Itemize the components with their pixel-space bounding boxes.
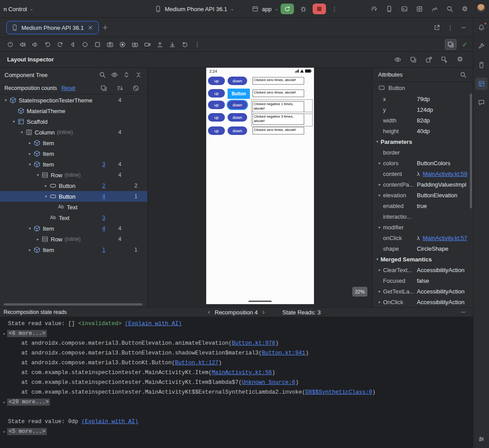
down-button[interactable]: down xyxy=(228,113,247,122)
rerun-button[interactable] xyxy=(281,4,294,14)
tree-node-text[interactable]: AbText xyxy=(0,202,147,212)
phone-screen[interactable]: 2:24 Button updownClicked zero times, ab… xyxy=(206,68,314,304)
up-button[interactable]: up xyxy=(208,126,225,135)
more-icon[interactable]: ⋮ xyxy=(192,39,203,50)
search-icon[interactable] xyxy=(98,70,107,79)
video-icon[interactable] xyxy=(142,39,153,50)
home-icon[interactable] xyxy=(79,39,91,50)
expand-icon[interactable]: ▸ xyxy=(3,400,5,405)
chevron-right-icon[interactable]: ▸ xyxy=(27,141,33,145)
chevron-right-icon[interactable]: ▸ xyxy=(376,161,383,165)
source-link[interactable]: (Explain with AI) xyxy=(82,419,139,425)
restore-icon[interactable] xyxy=(179,39,191,50)
layers-icon[interactable] xyxy=(408,54,419,65)
chevron-down-icon[interactable]: ▾ xyxy=(27,163,33,167)
attr-section-merged-semantics[interactable]: ▾Merged Semantics xyxy=(373,254,473,265)
source-link[interactable]: (Explain with AI) xyxy=(125,321,182,327)
tree-node-row[interactable]: ▾Row(inline)4 xyxy=(0,170,147,180)
run-more-button[interactable]: ⋮ xyxy=(330,4,339,14)
more-icon[interactable]: ⋮ xyxy=(444,22,456,33)
run-configuration-selector[interactable]: app ⌄ xyxy=(248,2,282,16)
rotate-right-icon[interactable] xyxy=(54,39,66,50)
reset-counts-link[interactable]: Reset xyxy=(61,85,75,91)
recomposition-count[interactable]: 4 xyxy=(96,193,112,200)
tree-node-item[interactable]: ▸Item xyxy=(0,138,147,148)
recomposition-count[interactable]: 4 xyxy=(96,225,112,232)
down-button[interactable]: down xyxy=(228,77,247,85)
chevron-down-icon[interactable]: ▾ xyxy=(11,120,17,124)
minimize-icon[interactable] xyxy=(460,309,467,316)
screenshot-icon[interactable] xyxy=(104,39,116,50)
chevron-right-icon[interactable]: ▸ xyxy=(376,225,383,229)
recomposition-count[interactable]: 2 xyxy=(96,183,112,189)
build-icon[interactable] xyxy=(475,40,488,53)
down-button[interactable]: down xyxy=(228,126,247,135)
notifications-icon[interactable] xyxy=(475,21,488,34)
source-link[interactable]: MainActivity.kt:57 xyxy=(423,235,467,241)
vcs-widget[interactable]: n Control ⌄ xyxy=(1,0,36,18)
tree-node-column[interactable]: ▾Column(inline)4 xyxy=(0,127,147,138)
save-icon[interactable] xyxy=(167,39,178,50)
debug-button[interactable] xyxy=(297,4,309,14)
tree-node-stateinspectiontestertheme[interactable]: ▾StateInspectionTesterTheme4 xyxy=(0,95,147,106)
attr-row-onclick[interactable]: onClickλ MainActivity.kt:57 xyxy=(373,232,473,243)
chevron-right-icon[interactable]: ▸ xyxy=(376,289,383,293)
chevron-down-icon[interactable]: ▾ xyxy=(3,98,9,102)
expand-icon[interactable]: ▸ xyxy=(3,332,5,336)
expand-all-icon[interactable] xyxy=(122,70,131,79)
source-link[interactable]: Button.kt:127 xyxy=(175,360,219,366)
overview-icon[interactable] xyxy=(92,39,103,50)
device-manager-icon[interactable] xyxy=(383,3,395,15)
up-button[interactable]: up xyxy=(208,77,225,85)
tree-node-item[interactable]: ▾Item44 xyxy=(0,223,147,234)
user-avatar[interactable] xyxy=(476,4,486,14)
open-in-new-icon[interactable] xyxy=(431,22,443,33)
stop-button[interactable] xyxy=(313,4,326,14)
attr-row-contentpa[interactable]: ▸contentPa...PaddingValuesImpl xyxy=(373,179,473,190)
next-recomposition-icon[interactable]: › xyxy=(262,309,265,316)
screen-record-icon[interactable] xyxy=(117,39,128,50)
attr-row-focused[interactable]: Focusedfalse xyxy=(373,275,473,286)
settings-icon[interactable]: ⚙ xyxy=(459,3,471,15)
attr-row-colors[interactable]: ▸colorsButtonColors xyxy=(373,158,473,168)
down-button[interactable]: down xyxy=(228,101,247,109)
live-updates-icon[interactable] xyxy=(392,54,403,65)
chevron-down-icon[interactable]: ▾ xyxy=(376,257,379,261)
attr-row-elevation[interactable]: ▸elevationButtonElevation xyxy=(373,190,473,200)
chevron-down-icon[interactable]: ▾ xyxy=(376,140,379,144)
attr-row-cleartext[interactable]: ▸ClearText...AccessibilityAction xyxy=(373,265,473,275)
device-tab[interactable]: Medium Phone API 36.1 xyxy=(6,21,99,34)
zoom-level-badge[interactable]: 22% xyxy=(352,287,367,297)
attr-row-enabled[interactable]: enabledtrue xyxy=(373,200,473,211)
attr-row-gettextla[interactable]: ▸GetTextLa...AccessibilityAction xyxy=(373,286,473,297)
chevron-right-icon[interactable]: ▸ xyxy=(27,152,33,156)
search-icon[interactable] xyxy=(459,70,468,79)
collapsed-frames-line[interactable]: ▸<6 more...> xyxy=(0,329,473,338)
collapse-all-icon[interactable] xyxy=(134,70,143,79)
layers-icon[interactable] xyxy=(96,84,112,93)
camera-icon[interactable] xyxy=(129,39,141,50)
prev-recomposition-icon[interactable]: ‹ xyxy=(208,309,210,316)
expand-icon[interactable]: ▸ xyxy=(3,430,5,434)
add-device-tab-button[interactable] xyxy=(100,23,110,33)
attr-row-interactio[interactable]: interactio... xyxy=(373,211,473,222)
minimize-icon[interactable] xyxy=(458,22,469,33)
recomposition-count[interactable]: 3 xyxy=(96,215,112,221)
app-inspection-icon[interactable] xyxy=(413,3,426,15)
source-link[interactable]: D8$$SyntheticClass:0 xyxy=(306,389,372,395)
tree-node-row[interactable]: ▸Row(inline)4 xyxy=(0,234,147,244)
chevron-right-icon[interactable]: ▸ xyxy=(376,268,383,272)
upload-icon[interactable] xyxy=(154,39,166,50)
attr-row-shape[interactable]: shapeCircleShape xyxy=(373,243,473,254)
attr-row-modifier[interactable]: ▸modifier xyxy=(373,222,473,232)
attr-row-border[interactable]: border xyxy=(373,147,473,158)
chevron-right-icon[interactable]: ▸ xyxy=(27,248,33,252)
source-link[interactable]: Unknown Source:6 xyxy=(242,379,295,386)
vertical-scrollbar[interactable] xyxy=(470,94,472,208)
volume-down-icon[interactable] xyxy=(29,39,41,50)
tree-node-materialtheme[interactable]: MaterialTheme xyxy=(0,106,147,116)
up-button[interactable]: up xyxy=(208,89,225,98)
rotate-left-icon[interactable] xyxy=(42,39,53,50)
up-button[interactable]: up xyxy=(208,101,225,109)
attr-section-parameters[interactable]: ▾Parameters xyxy=(373,136,473,147)
